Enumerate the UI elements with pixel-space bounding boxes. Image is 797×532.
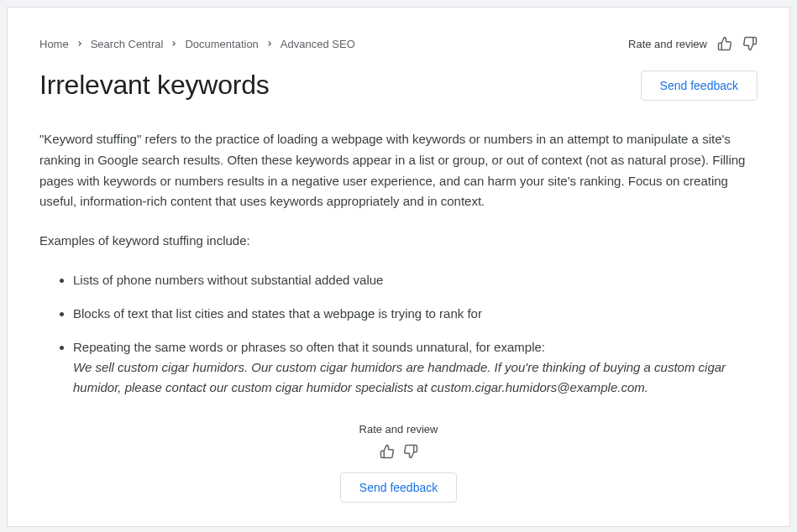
breadcrumb-advanced-seo[interactable]: Advanced SEO: [281, 38, 355, 50]
thumbs-down-icon[interactable]: [742, 36, 758, 51]
footer-rate-label: Rate and review: [39, 423, 758, 436]
send-feedback-button[interactable]: Send feedback: [340, 472, 457, 503]
list-item-text: Blocks of text that list cities and stat…: [73, 306, 482, 321]
page-container: Home Search Central Documentation Advanc…: [7, 7, 790, 527]
list-item-text: Lists of phone numbers without substanti…: [73, 273, 383, 287]
breadcrumb-documentation[interactable]: Documentation: [185, 38, 258, 50]
list-item: Repeating the same words or phrases so o…: [73, 337, 758, 398]
list-item-text: Repeating the same words or phrases so o…: [73, 340, 545, 354]
footer-thumbs: [39, 444, 758, 459]
intro-paragraph: "Keyword stuffing" refers to the practic…: [39, 129, 758, 212]
list-item: Lists of phone numbers without substanti…: [73, 270, 758, 290]
list-item-example-italic: We sell custom cigar humidors. Our custo…: [73, 357, 758, 398]
examples-label: Examples of keyword stuffing include:: [39, 231, 758, 252]
chevron-right-icon: [76, 39, 84, 48]
examples-list: Lists of phone numbers without substanti…: [39, 270, 758, 398]
thumbs-down-icon[interactable]: [403, 444, 418, 459]
chevron-right-icon: [265, 39, 274, 48]
breadcrumb-home[interactable]: Home: [39, 38, 69, 50]
chevron-right-icon: [170, 39, 178, 48]
list-item: Blocks of text that list cities and stat…: [73, 304, 758, 324]
top-row: Home Search Central Documentation Advanc…: [39, 36, 758, 51]
rate-review-label: Rate and review: [628, 38, 707, 50]
page-title: Irrelevant keywords: [39, 70, 270, 101]
breadcrumb-search-central[interactable]: Search Central: [91, 38, 164, 50]
thumbs-up-icon[interactable]: [380, 444, 395, 459]
thumbs-up-icon[interactable]: [717, 36, 732, 51]
title-row: Irrelevant keywords Send feedback: [39, 70, 758, 101]
content-body: "Keyword stuffing" refers to the practic…: [39, 129, 758, 398]
rate-review-top: Rate and review: [628, 36, 758, 51]
footer-rate-section: Rate and review Send feedback: [39, 423, 758, 503]
breadcrumb: Home Search Central Documentation Advanc…: [39, 38, 355, 50]
send-feedback-button[interactable]: Send feedback: [641, 70, 758, 101]
